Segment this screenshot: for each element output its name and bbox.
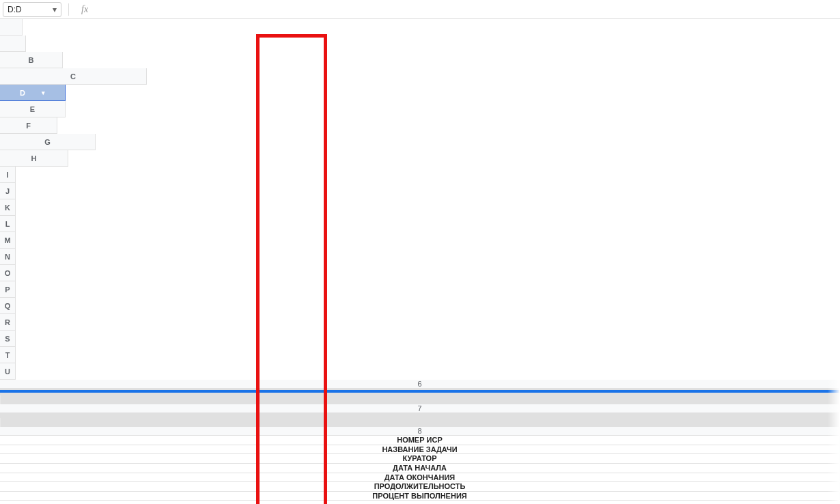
col-label: R [5,318,10,326]
col-header-J[interactable]: J [0,183,16,199]
col-header-T[interactable]: T [0,347,16,363]
col-header-R[interactable]: R [0,314,16,331]
row-number[interactable]: 6 [0,380,840,389]
col-label: Q [5,302,11,310]
grid[interactable]: B C D ▾ E F G H I J K L M N O P Q R [0,19,840,504]
fx-icon: fx [81,4,88,15]
name-box-value: D:D [8,5,22,14]
col-label: N [5,253,10,261]
col-header-S[interactable]: S [0,331,16,347]
header-percent: ПРОЦЕНТ ВЫПОЛНЕНИЯ [0,492,840,501]
header-owner: КУРАТОР [0,454,840,464]
row-number[interactable]: 8 [0,427,840,436]
col-header-P[interactable]: P [0,281,16,298]
phase-title: ЭТАП 1 [0,501,840,504]
group-gutter-header [0,19,23,36]
col-header-L[interactable]: L [0,216,16,232]
col-header-Q[interactable]: Q [0,298,16,314]
col-label: J [5,187,10,195]
col-label: L [5,220,10,228]
col-label: H [31,154,37,163]
col-label: B [29,56,34,64]
col-label: E [30,105,35,113]
col-header-D[interactable]: D ▾ [0,85,66,101]
corner-cell[interactable] [0,36,26,52]
col-header-B[interactable]: B [0,52,63,68]
col-header-E[interactable]: E [0,101,66,117]
formula-bar: D:D ▾ fx [0,0,840,19]
sheet-area[interactable]: B C D ▾ E F G H I J K L M N O P Q R [0,19,840,504]
col-label: D [20,89,25,97]
col-label: K [5,204,10,212]
name-box[interactable]: D:D ▾ [3,2,61,17]
col-label: O [5,269,11,277]
col-header-F[interactable]: F [0,117,57,134]
col-label: F [26,122,31,130]
header-start: ДАТА НАЧАЛА [0,464,840,473]
col-label: P [5,285,10,294]
col-label: I [6,171,8,179]
col-label: C [70,72,76,81]
header-wbs: НОМЕР ИСР [0,436,840,445]
col-header-C[interactable]: C [0,68,147,85]
row-number[interactable]: 7 [0,404,840,413]
col-header-I[interactable]: I [0,167,16,183]
spreadsheet-app: D:D ▾ fx B C D ▾ E F G H I J [0,0,840,504]
col-header-G[interactable]: G [0,134,96,150]
divider [68,3,69,16]
header-task: НАЗВАНИЕ ЗАДАЧИ [0,445,840,455]
col-header-K[interactable]: K [0,199,16,216]
chevron-down-icon: ▾ [53,5,57,14]
header-duration: ПРОДОЛЖИТЕЛЬНОСТЬ [0,482,840,492]
right-fade [828,19,840,504]
column-menu-icon[interactable]: ▾ [42,89,45,96]
col-header-H[interactable]: H [0,150,68,167]
col-label: U [5,367,10,376]
col-header-N[interactable]: N [0,249,16,265]
header-end: ДАТА ОКОНЧАНИЯ [0,473,840,483]
col-label: T [5,351,10,359]
col-label: S [5,335,10,343]
col-header-M[interactable]: M [0,232,16,249]
col-label: M [4,236,10,244]
col-label: G [44,138,51,146]
col-header-O[interactable]: O [0,265,16,281]
col-header-U[interactable]: U [0,363,16,380]
